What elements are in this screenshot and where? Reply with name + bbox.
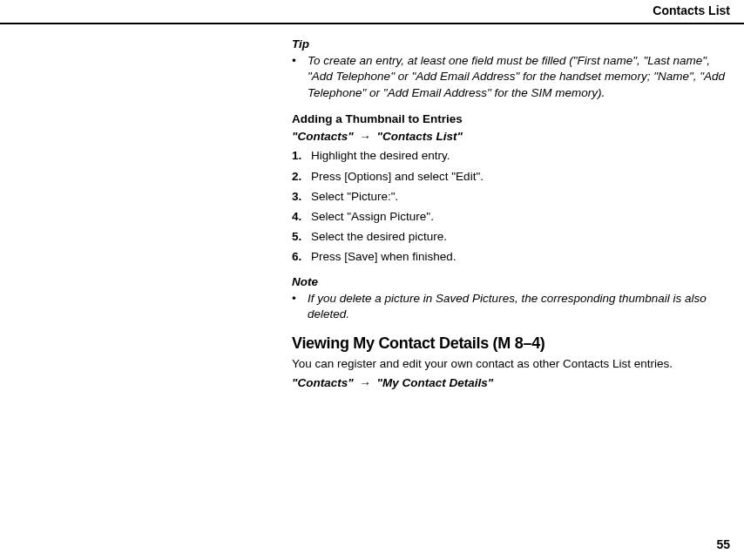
page-header: Contacts List	[0, 0, 744, 24]
step-text: Press [Save] when finished.	[311, 249, 730, 265]
step-text: Highlight the desired entry.	[311, 148, 730, 164]
tip-body: • To create an entry, at least one field…	[292, 53, 730, 101]
step-number: 3.	[292, 189, 311, 205]
step-number: 6.	[292, 249, 311, 265]
note-text: If you delete a picture in Saved Picture…	[308, 291, 730, 322]
step-number: 1.	[292, 148, 311, 164]
thumbnail-section-title: Adding a Thumbnail to Entries	[292, 111, 730, 127]
note-label: Note	[292, 274, 730, 290]
list-item: 2. Press [Options] and select "Edit".	[292, 169, 730, 185]
breadcrumb-part-b: "Contacts List"	[377, 130, 463, 143]
tip-label: Tip	[292, 37, 730, 52]
bullet-icon: •	[292, 53, 308, 101]
step-number: 4.	[292, 209, 311, 225]
viewing-section-body: You can register and edit your own conta…	[292, 356, 730, 372]
page-number: 55	[716, 537, 730, 551]
breadcrumb-part-a: "Contacts"	[292, 376, 354, 389]
header-title: Contacts List	[653, 3, 730, 17]
breadcrumb-part-a: "Contacts"	[292, 130, 354, 143]
page-content: Tip • To create an entry, at least one f…	[0, 24, 744, 391]
viewing-section-heading: Viewing My Contact Details (M 8–4)	[292, 333, 730, 354]
bullet-icon: •	[292, 291, 308, 322]
breadcrumb: "Contacts" → "Contacts List"	[292, 129, 730, 145]
arrow-icon: →	[359, 376, 371, 389]
step-number: 2.	[292, 169, 311, 185]
list-item: 6. Press [Save] when finished.	[292, 249, 730, 265]
list-item: 1. Highlight the desired entry.	[292, 148, 730, 164]
list-item: 3. Select "Picture:".	[292, 189, 730, 205]
heading-suffix: (M 8–4)	[489, 334, 545, 352]
breadcrumb-part-b: "My Contact Details"	[377, 376, 494, 389]
list-item: 4. Select "Assign Picture".	[292, 209, 730, 225]
step-text: Select the desired picture.	[311, 229, 730, 245]
heading-text: Viewing My Contact Details	[292, 334, 489, 352]
steps-list: 1. Highlight the desired entry. 2. Press…	[292, 148, 730, 265]
step-text: Press [Options] and select "Edit".	[311, 169, 730, 185]
step-text: Select "Picture:".	[311, 189, 730, 205]
tip-text: To create an entry, at least one field m…	[308, 53, 730, 101]
breadcrumb: "Contacts" → "My Contact Details"	[292, 375, 730, 391]
list-item: 5. Select the desired picture.	[292, 229, 730, 245]
step-text: Select "Assign Picture".	[311, 209, 730, 225]
note-body: • If you delete a picture in Saved Pictu…	[292, 291, 730, 322]
step-number: 5.	[292, 229, 311, 245]
arrow-icon: →	[359, 130, 371, 143]
